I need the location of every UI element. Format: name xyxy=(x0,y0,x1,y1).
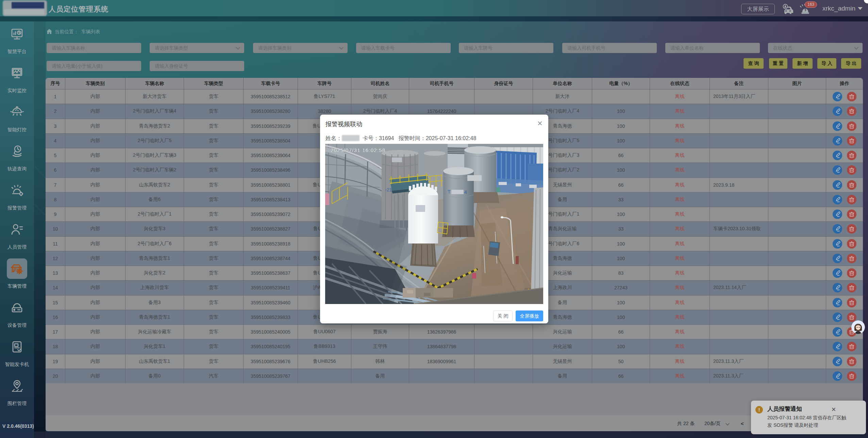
svg-text:2025/07/31 16:02:58: 2025/07/31 16:02:58 xyxy=(331,147,385,153)
svg-text:4: 4 xyxy=(464,189,467,195)
svg-text:T: T xyxy=(448,189,451,195)
